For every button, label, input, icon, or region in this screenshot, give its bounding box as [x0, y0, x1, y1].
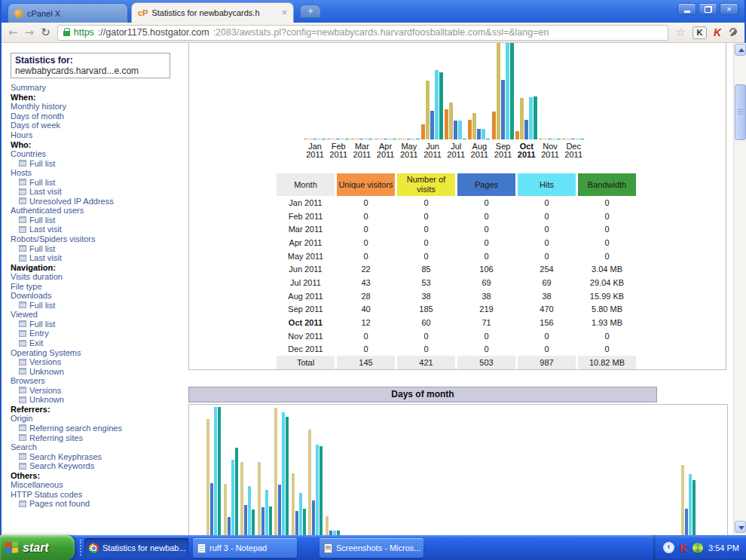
table-row: Aug 20112838383815.99 KB — [277, 289, 636, 303]
table-cell: 85 — [397, 262, 455, 276]
sidebar-item-http-status-codes[interactable]: HTTP Status codes — [11, 490, 185, 500]
sidebar-item-unknown[interactable]: Unknown — [11, 395, 185, 405]
quick-launch-grip[interactable] — [80, 540, 81, 555]
extension-k-icon[interactable]: K — [692, 26, 707, 39]
tray-kaspersky-icon[interactable]: K — [680, 542, 687, 554]
sidebar-item-label: Robots/Spiders visitors — [11, 234, 96, 243]
sidebar-item-origin[interactable]: Origin — [11, 414, 185, 424]
sidebar-item-hours[interactable]: Hours — [11, 130, 185, 140]
scroll-down-button[interactable] — [735, 521, 746, 533]
sidebar-item-versions[interactable]: Versions — [11, 386, 185, 396]
tab-cpanel[interactable]: cPanel X × — [8, 3, 128, 23]
wrench-menu-icon[interactable] — [728, 28, 738, 38]
kaspersky-icon[interactable]: K — [714, 26, 721, 38]
sidebar-item-full-list[interactable]: Full list — [11, 320, 185, 329]
sidebar-item-search[interactable]: Search — [11, 442, 185, 452]
tab-statistics[interactable]: cP Statistics for newbabycards.h × — [131, 2, 294, 23]
sidebar-item-days-of-month[interactable]: Days of month — [11, 112, 185, 121]
sidebar-item-exit[interactable]: Exit — [11, 338, 185, 348]
desktop-screen: cPanel X × cP Statistics for newbabycard… — [0, 0, 746, 560]
table-row: Feb 201100000 — [277, 210, 636, 223]
table-cell: Jun 2011 — [277, 262, 335, 276]
sidebar-item-monthly-history[interactable]: Monthly history — [11, 102, 185, 112]
table-cell: Oct 2011 — [277, 316, 335, 329]
scroll-up-button[interactable] — [735, 44, 746, 56]
sidebar-item-label: Others: — [11, 471, 40, 480]
sidebar-item-full-list[interactable]: Full list — [11, 301, 185, 311]
sidebar-item-label: Versions — [29, 357, 61, 366]
tray-collapse-icon[interactable]: ‹ — [663, 542, 674, 553]
taskbar-button-2[interactable]: ruff 3 - Notepad — [193, 538, 297, 558]
taskbar-button-1[interactable]: Statistics for newbab... — [84, 538, 188, 558]
sidebar-item-last-visit[interactable]: Last visit — [11, 253, 185, 263]
restore-button[interactable] — [699, 3, 717, 15]
sidebar-item-countries[interactable]: Countries — [11, 149, 185, 159]
bookmark-star-icon[interactable]: ☆ — [675, 26, 685, 39]
column-header-unique-visitors: Unique visitors — [337, 173, 395, 196]
sidebar-item-operating-systems[interactable]: Operating Systems — [11, 347, 185, 357]
table-cell: 5.80 MB — [578, 303, 636, 317]
minimize-button[interactable] — [677, 3, 696, 15]
sidebar-item-full-list[interactable]: Full list — [11, 216, 185, 225]
sidebar-item-label: Hosts — [11, 168, 32, 177]
sidebar-item-label: Search Keywords — [29, 461, 94, 470]
sidebar-item-days-of-week[interactable]: Days of week — [11, 121, 185, 130]
scrollbar-thumb[interactable] — [735, 84, 746, 140]
sidebar-item-last-visit[interactable]: Last visit — [11, 187, 185, 197]
sidebar-item-full-list[interactable]: Full list — [11, 177, 185, 187]
vertical-scrollbar[interactable] — [733, 43, 746, 535]
sidebar-item-summary[interactable]: Summary — [11, 83, 185, 93]
sidebar-item-last-visit[interactable]: Last visit — [11, 225, 185, 234]
sidebar-item-unknown[interactable]: Unknown — [11, 366, 185, 376]
sidebar-item-unresolved-ip-address[interactable]: Unresolved IP Address — [11, 197, 185, 207]
table-cell: 0 — [457, 236, 515, 249]
sidebar-item-search-keywords[interactable]: Search Keywords — [11, 461, 185, 471]
back-button[interactable]: ← — [8, 27, 18, 38]
sidebar-item-visits-duration[interactable]: Visits duration — [11, 272, 185, 282]
sidebar-menu: SummaryWhen:Monthly historyDays of month… — [11, 83, 185, 509]
table-cell: 60 — [397, 316, 455, 329]
system-tray: ‹ K 3:54 PM — [653, 535, 746, 560]
sidebar-item-referring-search-engines[interactable]: Referring search engines — [11, 424, 185, 433]
list-detail-icon — [19, 301, 26, 308]
table-cell: 69 — [457, 276, 515, 289]
table-cell: 0 — [457, 222, 515, 236]
start-button[interactable]: start — [0, 535, 75, 560]
address-bar[interactable]: https ://gator1175.hostgator.com :2083/a… — [57, 25, 669, 41]
sidebar-item-downloads[interactable]: Downloads — [11, 291, 185, 301]
new-tab-button[interactable]: + — [300, 5, 321, 18]
sidebar-section-header: Navigation: — [11, 262, 185, 272]
sidebar-item-robots-spiders-visitors[interactable]: Robots/Spiders visitors — [11, 234, 185, 244]
sidebar-item-label: Referring search engines — [29, 424, 122, 433]
sidebar-item-viewed[interactable]: Viewed — [11, 310, 185, 320]
tab-close-icon[interactable]: × — [282, 9, 287, 17]
sidebar-item-browsers[interactable]: Browsers — [11, 376, 185, 386]
reload-button[interactable]: ↻ — [41, 27, 50, 38]
tray-messenger-icon[interactable] — [692, 543, 703, 553]
sidebar-item-full-list[interactable]: Full list — [11, 158, 185, 168]
taskbar-button-label: Screenshots - Micros... — [336, 543, 420, 552]
cpanel-favicon-icon — [14, 9, 23, 18]
sidebar-item-miscellaneous[interactable]: Miscellaneous — [11, 480, 185, 490]
sidebar-item-referring-sites[interactable]: Referring sites — [11, 433, 185, 442]
sidebar-item-hosts[interactable]: Hosts — [11, 168, 185, 178]
taskbar-button-3[interactable]: Screenshots - Micros... — [319, 538, 423, 558]
table-total-row: Total14542150398710.82 MB — [277, 356, 636, 369]
sidebar-item-file-type[interactable]: File type — [11, 281, 185, 291]
table-cell: 0 — [518, 343, 576, 357]
browser-titlebar: cPanel X × cP Statistics for newbabycard… — [2, 0, 744, 23]
sidebar-item-authenticated-users[interactable]: Authenticated users — [11, 206, 185, 216]
url-host: ://gator1175.hostgator.com — [98, 27, 209, 38]
forward-button[interactable]: → — [25, 27, 35, 38]
sidebar-item-versions[interactable]: Versions — [11, 357, 185, 367]
sidebar-item-full-list[interactable]: Full list — [11, 243, 185, 253]
tab-close-icon[interactable]: × — [116, 10, 121, 17]
sidebar-item-entry[interactable]: Entry — [11, 329, 185, 338]
sidebar-item-search-keyphrases[interactable]: Search Keyphrases — [11, 451, 185, 461]
sidebar-item-label: Navigation: — [11, 263, 56, 272]
sidebar-item-pages-not-found[interactable]: Pages not found — [11, 499, 185, 509]
table-cell: May 2011 — [277, 249, 335, 263]
close-button[interactable]: × — [720, 3, 738, 15]
notepad-icon — [197, 543, 206, 553]
sidebar-item-label: Days of month — [11, 112, 64, 121]
